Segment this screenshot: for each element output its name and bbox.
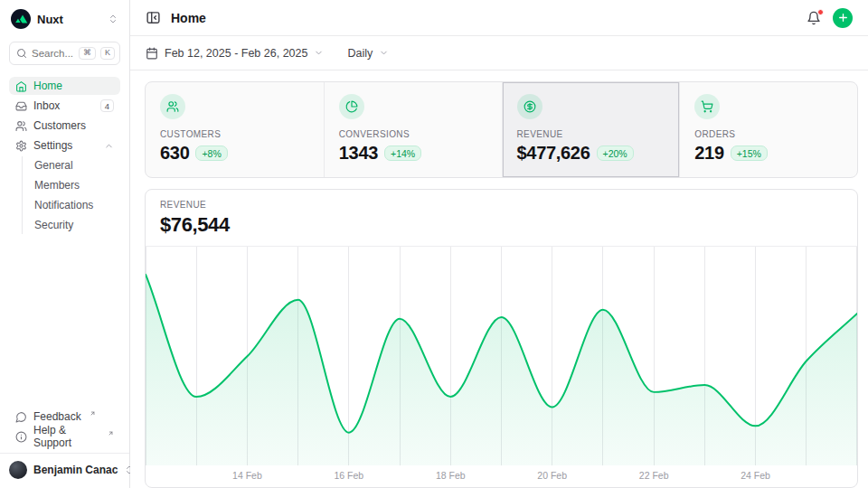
delta-badge: +20% [597,145,634,161]
chart-header: REVENUE $76,544 [146,190,857,247]
stats-row: CUSTOMERS 630 +8% CONVERSIONS 1343 +14% [145,81,858,178]
sidebar-item-security[interactable]: Security [27,216,120,234]
revenue-area-chart [146,247,857,465]
main-header: Home [130,0,868,36]
chart-metric-value: $76,544 [160,213,843,237]
revenue-chart-card: REVENUE $76,544 14 Feb16 Feb18 Feb20 Feb… [145,189,858,488]
avatar [9,461,27,479]
chevron-down-icon [314,48,324,58]
sidebar-item-customers[interactable]: Customers [9,117,120,135]
add-button[interactable] [833,8,853,28]
page-title: Home [171,11,206,25]
stat-value: 630 [160,143,189,164]
period-label: Daily [347,47,373,60]
chevrons-up-down-icon [108,14,118,24]
stat-card-orders[interactable]: ORDERS 219 +15% [679,82,857,177]
workspace-switcher[interactable]: Nuxt [9,7,120,31]
user-name: Benjamin Canac [33,464,118,476]
notifications-button[interactable] [807,11,821,25]
sidebar-nav: Home Inbox 4 Customers Settings Genera [9,77,120,236]
date-range-picker[interactable]: Feb 12, 2025 - Feb 26, 2025 [146,47,324,60]
sidebar-footer: Feedback Help & Support Benjamin Canac [9,408,120,484]
chart-x-axis: 14 Feb16 Feb18 Feb20 Feb22 Feb24 Feb [146,465,857,487]
user-menu[interactable]: Benjamin Canac [0,453,129,484]
nuxt-logo-icon [11,9,31,29]
search-icon [16,48,27,59]
info-circle-icon [15,431,27,443]
cart-icon [694,94,720,119]
calendar-icon [146,47,158,60]
message-bubble-icon [15,411,27,423]
notification-dot [817,9,824,15]
external-link-icon [108,430,114,436]
search-input[interactable] [32,48,74,59]
chevron-up-icon [104,141,114,151]
gear-icon [15,140,27,152]
circle-dollar-icon [517,94,542,119]
settings-subnav: General Members Notifications Security [22,156,120,234]
date-range-label: Feb 12, 2025 - Feb 26, 2025 [165,47,307,60]
sidebar-item-settings[interactable]: Settings [9,136,120,155]
stat-value: 1343 [339,143,378,164]
plus-icon [837,12,849,23]
inbox-count-badge: 4 [100,99,114,112]
x-axis-tick: 14 Feb [232,470,262,481]
panel-left-icon [146,10,161,25]
stat-card-revenue[interactable]: REVENUE $477,626 +20% [502,82,680,177]
help-support-link[interactable]: Help & Support [9,427,120,446]
content: CUSTOMERS 630 +8% CONVERSIONS 1343 +14% [130,70,868,488]
sidebar-item-members[interactable]: Members [27,176,120,194]
sidebar-item-home[interactable]: Home [9,77,120,95]
search-box[interactable]: ⌘ K [9,42,120,65]
period-select[interactable]: Daily [347,47,389,60]
stat-value: $477,626 [517,143,590,164]
chart-metric-label: REVENUE [160,200,843,210]
sidebar-item-notifications[interactable]: Notifications [27,196,120,214]
x-axis-tick: 20 Feb [537,470,567,481]
delta-badge: +8% [195,145,227,161]
x-axis-tick: 24 Feb [741,470,770,481]
stat-card-customers[interactable]: CUSTOMERS 630 +8% [146,82,324,177]
kbd-k: K [100,47,115,61]
external-link-icon [90,410,96,417]
inbox-icon [15,100,27,112]
chart-pie-icon [339,94,364,119]
sidebar-item-inbox[interactable]: Inbox 4 [9,97,120,115]
delta-badge: +15% [731,145,768,161]
kbd-cmd: ⌘ [79,47,96,61]
stat-value: 219 [694,143,723,164]
x-axis-tick: 18 Feb [436,470,466,481]
collapse-sidebar-button[interactable] [146,10,161,25]
main-panel: Home Feb 12, 2025 - Feb 26, 2025 [130,0,868,488]
toolbar: Feb 12, 2025 - Feb 26, 2025 Daily [130,36,868,70]
users-icon [15,120,27,132]
chart-plot-area[interactable] [146,247,857,465]
x-axis-tick: 16 Feb [334,470,363,481]
users-icon [160,94,185,119]
sidebar: Nuxt ⌘ K Home Inbox 4 [0,0,130,488]
sidebar-item-general[interactable]: General [27,156,120,174]
feedback-link[interactable]: Feedback [9,408,120,426]
workspace-name: Nuxt [37,13,101,26]
home-icon [15,80,27,92]
x-axis-tick: 22 Feb [639,470,669,481]
stat-card-conversions[interactable]: CONVERSIONS 1343 +14% [324,82,502,177]
chevron-down-icon [379,48,389,58]
delta-badge: +14% [384,145,421,161]
